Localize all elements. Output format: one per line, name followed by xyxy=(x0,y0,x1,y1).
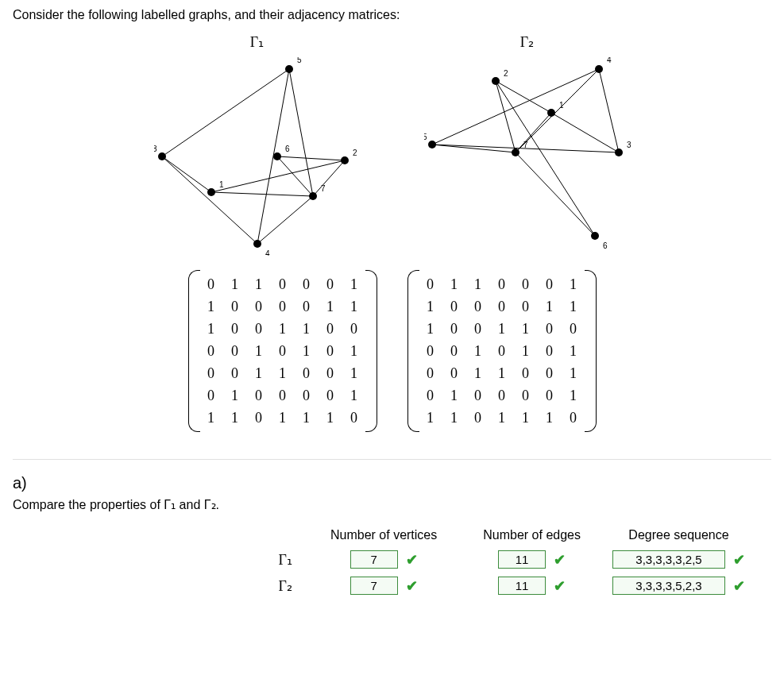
svg-point-15 xyxy=(158,152,166,160)
matrix-cell: 0 xyxy=(442,340,466,362)
matrix-cell: 1 xyxy=(562,295,585,318)
matrix-cell: 1 xyxy=(538,295,562,318)
matrix-cell: 1 xyxy=(342,384,366,407)
svg-line-6 xyxy=(162,69,289,156)
matrix-cell: 0 xyxy=(319,340,342,362)
matrix-cell: 1 xyxy=(223,273,247,295)
matrix-cell: 1 xyxy=(271,407,295,429)
matrix-cell: 0 xyxy=(514,295,538,318)
matrix-cell: 0 xyxy=(466,295,490,318)
matrix-cell: 0 xyxy=(538,318,562,340)
svg-line-26 xyxy=(551,113,619,152)
matrix-cell: 1 xyxy=(538,407,562,429)
g1-vertices[interactable]: 7 xyxy=(350,550,398,569)
g1-edges[interactable]: 11 xyxy=(498,550,546,569)
svg-line-4 xyxy=(313,160,345,196)
check-icon: ✔ xyxy=(554,579,566,593)
matrix-cell: 1 xyxy=(419,318,442,340)
svg-text:7: 7 xyxy=(321,184,326,193)
matrix-cell: 0 xyxy=(319,384,342,407)
part-a-label: a) xyxy=(13,474,771,492)
matrix-cell: 0 xyxy=(319,273,342,295)
svg-line-1 xyxy=(162,156,211,192)
matrix-cell: 1 xyxy=(562,362,585,384)
svg-line-25 xyxy=(496,81,551,113)
matrices-container: 0110001100001110011000010101001100101000… xyxy=(13,270,771,432)
svg-line-3 xyxy=(277,156,345,160)
matrix-cell: 0 xyxy=(271,295,295,318)
matrix-cell: 0 xyxy=(295,273,319,295)
matrix-cell: 1 xyxy=(342,295,366,318)
svg-point-11 xyxy=(207,188,215,196)
matrix-cell: 0 xyxy=(223,318,247,340)
matrix-cell: 0 xyxy=(295,295,319,318)
row1-label: Γ₁ xyxy=(237,547,307,572)
svg-line-34 xyxy=(432,145,516,152)
matrix-cell: 0 xyxy=(199,362,223,384)
matrix-cell: 1 xyxy=(295,318,319,340)
matrix-cell: 0 xyxy=(319,362,342,384)
header-vertices: Number of vertices xyxy=(308,525,459,546)
matrix-cell: 0 xyxy=(538,384,562,407)
g2-edges[interactable]: 11 xyxy=(498,577,546,595)
matrix-cell: 1 xyxy=(562,273,585,295)
matrix-cell: 0 xyxy=(490,295,514,318)
graph1-svg: 1234567 xyxy=(154,57,361,256)
matrix-cell: 0 xyxy=(514,362,538,384)
matrix-cell: 1 xyxy=(247,273,271,295)
svg-line-33 xyxy=(516,69,599,152)
svg-point-48 xyxy=(512,148,519,156)
matrix-cell: 1 xyxy=(490,318,514,340)
matrix-cell: 0 xyxy=(419,384,442,407)
svg-point-19 xyxy=(285,65,293,73)
svg-text:1: 1 xyxy=(559,101,564,110)
matrix-cell: 1 xyxy=(466,273,490,295)
svg-line-28 xyxy=(496,81,595,236)
matrix-cell: 0 xyxy=(223,340,247,362)
g2-degseq[interactable]: 3,3,3,3,5,2,3 xyxy=(612,577,725,595)
matrix-cell: 1 xyxy=(342,340,366,362)
matrix-cell: 0 xyxy=(490,384,514,407)
matrix-cell: 0 xyxy=(562,407,585,429)
matrix-cell: 0 xyxy=(271,384,295,407)
matrix-cell: 0 xyxy=(442,318,466,340)
matrix-cell: 1 xyxy=(223,384,247,407)
check-icon: ✔ xyxy=(554,553,566,567)
matrix2: 0110001100001110011000010101001100101000… xyxy=(407,270,597,432)
svg-line-32 xyxy=(432,69,599,145)
matrix-cell: 1 xyxy=(466,362,490,384)
svg-text:3: 3 xyxy=(627,141,631,149)
header-edges: Number of edges xyxy=(461,525,603,546)
g1-degseq[interactable]: 3,3,3,3,3,2,5 xyxy=(612,550,725,569)
matrix-cell: 0 xyxy=(199,340,223,362)
matrix-cell: 1 xyxy=(419,407,442,429)
matrix-cell: 1 xyxy=(223,407,247,429)
svg-line-10 xyxy=(277,156,313,196)
svg-line-5 xyxy=(162,156,257,244)
svg-point-23 xyxy=(309,192,317,200)
svg-text:6: 6 xyxy=(285,145,290,153)
matrix-cell: 1 xyxy=(319,295,342,318)
svg-text:4: 4 xyxy=(607,57,612,64)
matrix-cell: 0 xyxy=(247,384,271,407)
svg-text:4: 4 xyxy=(265,249,270,256)
matrix-cell: 1 xyxy=(199,295,223,318)
svg-line-2 xyxy=(211,192,313,196)
g2-vertices[interactable]: 7 xyxy=(350,577,398,595)
matrix-cell: 0 xyxy=(271,340,295,362)
matrix1: 0110001100001110011000010101001100101000… xyxy=(188,270,377,432)
matrix-cell: 1 xyxy=(490,407,514,429)
matrix-cell: 0 xyxy=(319,318,342,340)
matrix-cell: 1 xyxy=(342,362,366,384)
svg-point-13 xyxy=(341,156,349,164)
part-a-prompt: Compare the properties of Γ₁ and Γ₂. xyxy=(13,497,771,512)
matrix-cell: 1 xyxy=(295,407,319,429)
section-divider xyxy=(13,459,771,460)
matrix-cell: 0 xyxy=(247,318,271,340)
matrix-cell: 0 xyxy=(223,295,247,318)
check-icon: ✔ xyxy=(406,579,418,593)
matrix-cell: 0 xyxy=(466,407,490,429)
comparison-table: Number of vertices Number of edges Degre… xyxy=(235,523,755,600)
intro-text: Consider the following labelled graphs, … xyxy=(13,8,771,22)
matrix-cell: 0 xyxy=(271,273,295,295)
